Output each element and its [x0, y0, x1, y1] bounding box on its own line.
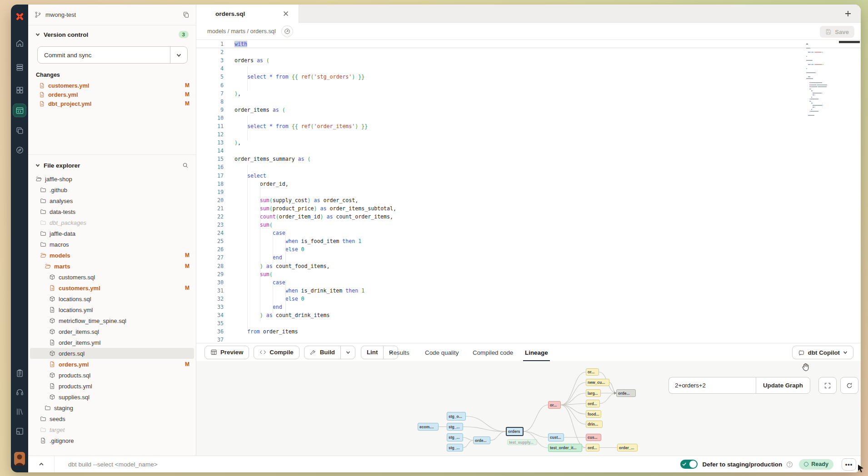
build-options-chevron[interactable] — [340, 346, 355, 359]
tree-item-analyses[interactable]: analyses — [30, 195, 194, 206]
tree-item-marts[interactable]: martsM — [30, 261, 194, 272]
lineage-node-stg_b[interactable]: stg_... — [447, 423, 463, 431]
copy-docs-icon[interactable] — [183, 11, 190, 18]
lineage-node-or_pink[interactable]: or... — [548, 401, 561, 409]
lineage-canvas[interactable]: ecom....stg_o...stg_...stg_...stg_...ord… — [196, 361, 861, 456]
lineage-node-y_or[interactable]: or... — [586, 368, 599, 376]
rail-item-panel[interactable] — [11, 426, 28, 436]
lint-button[interactable]: Lint — [361, 346, 383, 359]
update-graph-button[interactable]: Update Graph — [756, 377, 810, 394]
info-icon[interactable] — [786, 461, 793, 468]
rail-item-support[interactable] — [11, 387, 28, 397]
rail-item-environments[interactable] — [11, 126, 28, 135]
dbt-copilot-button[interactable]: dbt Copilot — [792, 346, 853, 359]
preview-button[interactable]: Preview — [205, 346, 249, 359]
compile-label: Compile — [269, 349, 293, 356]
lineage-node-y_larg[interactable]: larg... — [586, 389, 601, 397]
tab-lineage[interactable]: Lineage — [525, 343, 548, 362]
tree-item-jaffle-shop[interactable]: jaffle-shop — [30, 174, 194, 184]
dbt-logo[interactable] — [11, 10, 28, 22]
lineage-node-y_order_[interactable]: order_... — [617, 444, 638, 451]
expand-command-bar-chevron[interactable] — [28, 456, 55, 472]
lineage-node-y_ord1[interactable]: ord... — [586, 400, 600, 407]
close-tab-icon[interactable] — [283, 11, 289, 16]
tree-item-products.sql[interactable]: products.sql — [30, 370, 194, 381]
tree-item-.github[interactable]: .github — [30, 184, 194, 195]
minimap[interactable] — [806, 44, 833, 119]
version-control-header[interactable]: Version control 3 — [28, 29, 196, 40]
lineage-node-stg_d[interactable]: stg_... — [447, 444, 463, 451]
tree-item-metricflow_time_spine.sql[interactable]: metricflow_time_spine.sql — [30, 315, 194, 326]
fullscreen-button[interactable] — [818, 377, 837, 394]
branch-row[interactable]: mwong-test — [28, 5, 196, 25]
code-line-33: 33 end — [196, 303, 861, 311]
tree-item-locations.sql[interactable]: locations.sql — [30, 293, 194, 304]
tree-item-customers.yml[interactable]: customers.ymlM — [30, 283, 194, 293]
more-options-button[interactable]: ••• — [842, 458, 856, 471]
rail-item-docs[interactable] — [11, 407, 28, 416]
save-button[interactable]: Save — [820, 26, 854, 38]
file-search-icon[interactable] — [182, 162, 189, 169]
file-explorer-header[interactable]: File explorer — [28, 160, 196, 171]
changed-file-dbt_project.yml[interactable]: dbt_project.ymlM — [28, 99, 196, 108]
tree-item-seeds[interactable]: seeds — [30, 413, 194, 424]
lineage-node-stg_o[interactable]: stg_o... — [447, 412, 466, 421]
commit-options-chevron[interactable] — [170, 47, 187, 63]
tree-item-macros[interactable]: macros — [30, 239, 194, 250]
tree-item-orders.yml[interactable]: orders.ymlM — [30, 359, 194, 370]
rail-item-deploy[interactable] — [11, 63, 28, 72]
lineage-node-ecom[interactable]: ecom.... — [418, 423, 439, 431]
lineage-node-test_order_it[interactable]: test_order_it... — [548, 444, 582, 452]
lineage-node-y_ord2[interactable]: ord... — [586, 444, 599, 451]
open-docs-icon[interactable] — [281, 25, 293, 37]
command-input[interactable] — [55, 461, 680, 468]
tab-results[interactable]: Results — [389, 343, 409, 362]
defer-toggle[interactable] — [680, 460, 698, 469]
tree-item-target[interactable]: target — [30, 424, 194, 435]
lineage-node-test_supply[interactable]: test_supply... — [507, 439, 537, 445]
compile-button[interactable]: Compile — [254, 346, 299, 359]
line-number: 6 — [196, 82, 224, 89]
rail-item-develop[interactable] — [13, 104, 26, 117]
lineage-node-p_cus[interactable]: cus... — [586, 434, 601, 441]
tab-orders-sql[interactable]: orders.sql — [196, 5, 299, 23]
lineage-node-g_orde[interactable]: orde... — [616, 389, 636, 397]
tree-item-order_items.yml[interactable]: order_items.yml — [30, 337, 194, 348]
tab-code-quality[interactable]: Code quality — [425, 343, 459, 362]
lineage-node-y_newcu[interactable]: new_cu... — [586, 379, 609, 386]
tree-item-models[interactable]: modelsM — [30, 250, 194, 261]
tree-item-dbt_packages[interactable]: dbt_packages — [30, 217, 194, 228]
lineage-node-stg_c[interactable]: stg_... — [447, 433, 463, 441]
lineage-node-y_drin[interactable]: drin... — [586, 421, 603, 428]
rail-item-explore[interactable] — [11, 145, 28, 154]
tree-item-supplies.sql[interactable]: supplies.sql — [30, 392, 194, 402]
user-avatar[interactable] — [14, 452, 25, 466]
lineage-node-y_food[interactable]: food... — [586, 410, 601, 418]
lineage-node-orders[interactable]: orders — [506, 427, 524, 436]
lineage-filter-input[interactable] — [668, 377, 756, 394]
rail-item-home[interactable] — [11, 39, 28, 48]
lineage-node-orde_b[interactable]: orde... — [473, 436, 490, 444]
commit-and-sync-button[interactable]: Commit and sync — [37, 46, 188, 64]
tree-item-.gitignore[interactable]: .gitignore — [30, 435, 194, 446]
tab-compiled-code[interactable]: Compiled code — [473, 343, 513, 362]
new-tab-button[interactable] — [843, 8, 853, 19]
rail-item-apps[interactable] — [11, 85, 28, 94]
code-editor[interactable]: 1with23orders as (45 select * from {{ re… — [196, 40, 861, 343]
refresh-button[interactable] — [840, 377, 858, 394]
tree-item-staging[interactable]: staging — [30, 402, 194, 413]
lineage-node-cust[interactable]: cust... — [548, 433, 564, 441]
changed-file-orders.yml[interactable]: orders.ymlM — [28, 90, 196, 99]
tree-item-orders.sql[interactable]: orders.sql — [30, 348, 194, 359]
tree-item-label: locations.yml — [59, 307, 93, 313]
rail-item-checklist[interactable] — [11, 368, 28, 378]
tree-item-products.yml[interactable]: products.yml — [30, 381, 194, 392]
tree-item-data-tests[interactable]: data-tests — [30, 206, 194, 217]
changed-file-customers.yml[interactable]: customers.ymlM — [28, 81, 196, 90]
tree-item-customers.sql[interactable]: customers.sql — [30, 272, 194, 283]
tree-item-jaffle-data[interactable]: jaffle-data — [30, 228, 194, 239]
tree-item-locations.yml[interactable]: locations.yml — [30, 304, 194, 315]
line-number: 32 — [196, 296, 224, 302]
build-button[interactable]: Build — [304, 346, 340, 359]
tree-item-order_items.sql[interactable]: order_items.sql — [30, 326, 194, 337]
